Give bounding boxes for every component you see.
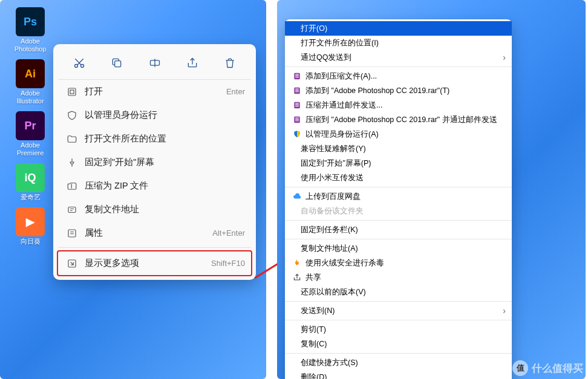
separator	[285, 239, 512, 239]
legacy-menu-label: 使用火绒安全进行杀毒	[305, 258, 506, 268]
delete-icon[interactable]	[220, 53, 240, 73]
svg-rect-19	[295, 103, 299, 104]
legacy-menu-item[interactable]: 固定到任务栏(K)	[285, 222, 512, 237]
desktop-icons: PsAdobe Photoshop AiAdobe Illustrator Pr…	[12, 7, 48, 245]
legacy-menu-item[interactable]: 上传到百度网盘	[285, 189, 512, 204]
legacy-menu-item[interactable]: 删除(D)	[285, 370, 512, 379]
svg-rect-24	[295, 119, 299, 120]
svg-point-1	[81, 65, 84, 68]
legacy-menu-item[interactable]: 添加到 "Adobe Photoshop CC 2019.rar"(T)	[285, 83, 512, 98]
rar-icon	[291, 100, 303, 110]
rar-icon	[291, 71, 303, 81]
legacy-menu-item[interactable]: 压缩并通过邮件发送...	[285, 98, 512, 112]
legacy-menu-label: 发送到(N)	[291, 306, 506, 316]
context-menu-win11: 打开 Enter 以管理员身份运行 打开文件所在的位置 固定到"开始"屏幕 压缩…	[53, 44, 256, 280]
legacy-menu-item[interactable]: 还原以前的版本(V)	[285, 285, 512, 299]
rename-icon[interactable]	[145, 53, 165, 73]
separator	[285, 301, 512, 302]
svg-rect-12	[295, 76, 299, 76]
legacy-menu-item[interactable]: 打开(O)	[285, 21, 512, 36]
legacy-menu-item[interactable]: 共享	[285, 270, 512, 285]
legacy-menu-label: 固定到任务栏(K)	[291, 225, 506, 235]
menu-item-show-more[interactable]: 显示更多选项 Shift+F10	[58, 251, 251, 275]
share-icon	[291, 273, 303, 282]
svg-rect-20	[295, 105, 299, 105]
legacy-menu-item[interactable]: 剪切(T)	[285, 322, 512, 337]
separator	[285, 353, 512, 354]
fire-icon	[291, 258, 303, 268]
svg-rect-11	[295, 74, 299, 75]
legacy-menu-label: 复制(C)	[291, 339, 506, 349]
separator	[285, 66, 512, 67]
separator	[58, 247, 251, 248]
legacy-menu-item[interactable]: 兼容性疑难解答(Y)	[285, 141, 512, 156]
menu-item-copy-path[interactable]: 复制文件地址	[58, 198, 251, 221]
legacy-menu-label: 剪切(T)	[291, 325, 506, 335]
legacy-menu-label: 上传到百度网盘	[305, 192, 506, 202]
legacy-menu-label: 通过QQ发送到	[291, 53, 506, 63]
legacy-menu-item[interactable]: 使用火绒安全进行杀毒	[285, 256, 512, 270]
legacy-menu-item[interactable]: 固定到"开始"屏幕(P)	[285, 156, 512, 170]
menu-item-pin-start[interactable]: 固定到"开始"屏幕	[58, 151, 251, 174]
legacy-menu-item[interactable]: 以管理员身份运行(A)	[285, 127, 512, 141]
legacy-menu-item[interactable]: 复制(C)	[285, 337, 512, 351]
legacy-menu-item: 自动备份该文件夹	[285, 204, 512, 218]
zip-icon	[64, 181, 80, 192]
pin-icon	[64, 157, 80, 168]
legacy-menu-label: 删除(D)	[291, 372, 506, 380]
legacy-menu-item[interactable]: 打开文件所在的位置(I)	[285, 36, 512, 50]
desktop-icon-ai[interactable]: AiAdobe Illustrator	[12, 59, 48, 105]
svg-rect-25	[295, 120, 299, 121]
watermark-text: 什么值得买	[532, 361, 583, 375]
separator	[285, 187, 512, 187]
context-menu-legacy: 打开(O)打开文件所在的位置(I)通过QQ发送到添加到压缩文件(A)...添加到…	[285, 19, 512, 379]
legacy-menu-label: 共享	[305, 273, 506, 283]
svg-rect-4	[68, 88, 76, 96]
svg-rect-5	[70, 90, 74, 94]
menu-item-properties[interactable]: 属性 Alt+Enter	[58, 221, 251, 245]
expand-icon	[64, 258, 80, 269]
separator	[285, 220, 512, 221]
highlight-box: 显示更多选项 Shift+F10	[57, 250, 252, 276]
legacy-menu-item[interactable]: 通过QQ发送到	[285, 50, 512, 65]
cut-icon[interactable]	[69, 53, 90, 73]
menu-item-open-location[interactable]: 打开文件所在的位置	[58, 127, 251, 151]
shield-icon	[291, 129, 303, 139]
legacy-menu-item[interactable]: 复制文件地址(A)	[285, 241, 512, 256]
separator	[285, 320, 512, 320]
legacy-menu-label: 还原以前的版本(V)	[291, 287, 506, 297]
desktop-icon-iqiyi[interactable]: iQ爱奇艺	[12, 163, 48, 201]
menu-item-run-admin[interactable]: 以管理员身份运行	[58, 103, 251, 127]
legacy-menu-item[interactable]: 使用小米互传发送	[285, 170, 512, 185]
rar-icon	[291, 86, 303, 96]
legacy-menu-label: 使用小米互传发送	[291, 173, 506, 183]
svg-rect-17	[295, 91, 299, 92]
open-icon	[64, 86, 80, 97]
menu-item-zip[interactable]: 压缩为 ZIP 文件	[58, 174, 251, 198]
menu-item-open[interactable]: 打开 Enter	[58, 80, 251, 103]
svg-point-0	[75, 65, 78, 68]
legacy-menu-item[interactable]: 发送到(N)	[285, 303, 512, 318]
desktop-icon-pr[interactable]: PrAdobe Premiere	[12, 111, 48, 157]
right-desktop-panel: 打开(O)打开文件所在的位置(I)通过QQ发送到添加到压缩文件(A)...添加到…	[277, 0, 586, 379]
desktop-icon-ps[interactable]: PsAdobe Photoshop	[12, 7, 48, 53]
share-icon[interactable]	[182, 53, 203, 73]
legacy-menu-label: 以管理员身份运行(A)	[305, 129, 506, 140]
watermark: 值 什么值得买	[512, 360, 583, 376]
path-icon	[64, 204, 80, 215]
svg-rect-15	[295, 89, 299, 89]
legacy-menu-item[interactable]: 创建快捷方式(S)	[285, 355, 512, 370]
legacy-menu-label: 固定到"开始"屏幕(P)	[291, 158, 506, 169]
shield-icon	[64, 110, 80, 121]
legacy-menu-label: 压缩到 "Adobe Photoshop CC 2019.rar" 并通过邮件发…	[305, 115, 506, 125]
legacy-menu-label: 创建快捷方式(S)	[291, 358, 506, 368]
legacy-menu-label: 压缩并通过邮件发送...	[305, 100, 506, 111]
folder-icon	[64, 134, 80, 144]
legacy-menu-label: 添加到 "Adobe Photoshop CC 2019.rar"(T)	[305, 86, 506, 96]
copy-icon[interactable]	[106, 53, 127, 73]
desktop-icon-sunflower[interactable]: ▶向日葵	[12, 207, 48, 245]
legacy-menu-item[interactable]: 压缩到 "Adobe Photoshop CC 2019.rar" 并通过邮件发…	[285, 112, 512, 127]
legacy-menu-item[interactable]: 添加到压缩文件(A)...	[285, 69, 512, 83]
svg-rect-2	[115, 61, 121, 67]
legacy-menu-label: 添加到压缩文件(A)...	[305, 71, 506, 82]
